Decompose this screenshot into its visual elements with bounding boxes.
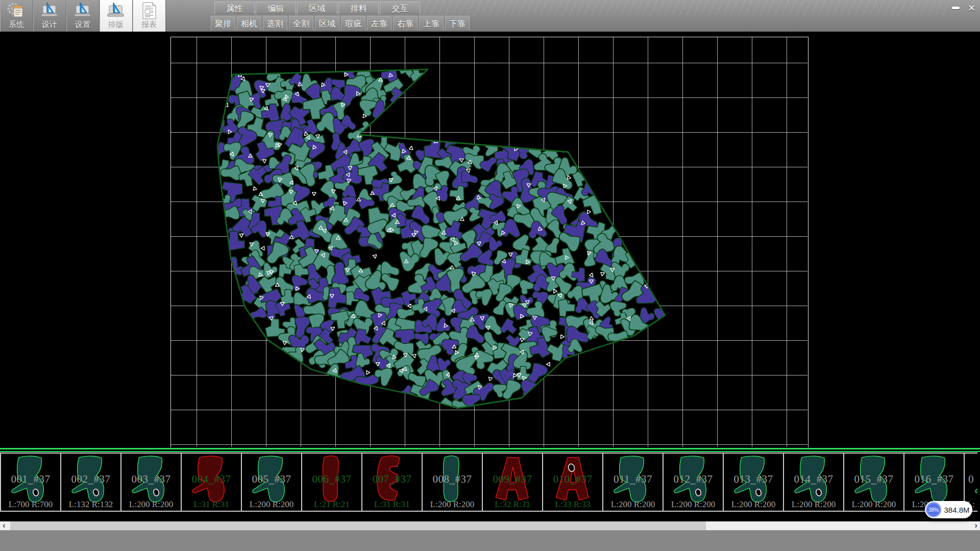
close-button[interactable]: ✕ bbox=[965, 3, 978, 13]
piece-name-label: 016_#37 bbox=[904, 473, 964, 486]
pieces-strip: 001_#37L:700 R:700002_#37L:132 R:132003_… bbox=[0, 447, 980, 521]
app-tab-label: 排版 bbox=[108, 20, 124, 30]
menu-tab-edit[interactable]: 编辑 bbox=[256, 2, 296, 14]
piece-name-label: 008_#37 bbox=[423, 473, 482, 486]
strip-accent-line-2 bbox=[0, 451, 980, 452]
piece-name-label: 015_#37 bbox=[844, 473, 903, 486]
piece-name-label: 003_#37 bbox=[121, 473, 181, 486]
app-tab-label: 设计 bbox=[42, 20, 57, 30]
percent-indicator: 38% bbox=[926, 502, 941, 517]
piece-name-label: 006_#37 bbox=[302, 473, 361, 486]
menu-tab-nesting[interactable]: 排料 bbox=[338, 2, 379, 14]
minimize-button[interactable] bbox=[949, 3, 962, 13]
status-bar bbox=[0, 530, 980, 551]
piece-name-label: 004_#37 bbox=[182, 473, 241, 486]
thumbnail-cell[interactable]: 006_#37L:21 R:21 bbox=[302, 454, 362, 511]
app-tab-layout[interactable]: 排版 bbox=[100, 0, 133, 32]
tool-region[interactable]: 区域 bbox=[315, 16, 339, 31]
piece-lr-label: L:200 R:200 bbox=[724, 499, 783, 510]
piece-lr-label: L:31 R:31 bbox=[362, 499, 422, 510]
piece-lr-label: L:31 R:31 bbox=[182, 499, 241, 510]
piece-name-label: 007_#37 bbox=[362, 473, 422, 486]
design-ruler-icon bbox=[39, 1, 60, 20]
piece-lr-label: L:200 R:200 bbox=[423, 499, 482, 510]
tool-align-left[interactable]: 左靠 bbox=[367, 16, 391, 31]
piece-name-label: 010_#37 bbox=[543, 473, 602, 486]
piece-lr-label: L:200 R:200 bbox=[664, 499, 723, 510]
piece-lr-label: L:200 R:200 bbox=[242, 499, 301, 510]
scroll-right-arrow[interactable]: › bbox=[974, 521, 977, 530]
thumbnail-cell[interactable]: 007_#37L:31 R:31 bbox=[362, 454, 423, 511]
layout-ruler-icon bbox=[106, 1, 126, 20]
menu-tab-interact[interactable]: 交互 bbox=[380, 2, 420, 14]
piece-lr-label: L:200 R:200 bbox=[784, 499, 843, 510]
app-tab-label: 报表 bbox=[141, 20, 157, 30]
system-gear-icon bbox=[6, 1, 27, 20]
percent-value: 38% bbox=[928, 507, 939, 513]
tool-cluster-nest[interactable]: 聚排 bbox=[211, 16, 235, 31]
app-tab-report[interactable]: 报表 bbox=[133, 0, 166, 32]
ribbon: 系统设计设置排版报表 属性编辑区域排料交互 聚排相机选割全割区域瑕疵左靠右靠上靠… bbox=[0, 0, 980, 32]
piece-thumbnail-list: 001_#37L:700 R:700002_#37L:132 R:132003_… bbox=[0, 453, 977, 512]
piece-name-label: 012_#37 bbox=[664, 473, 723, 486]
thumbnail-cell[interactable]: 004_#37L:31 R:31 bbox=[182, 454, 242, 511]
titlebar-drag-area[interactable] bbox=[423, 0, 947, 15]
scroll-left-arrow[interactable]: ‹ bbox=[3, 521, 6, 530]
thumbnail-cell[interactable]: 013_#37L:200 R:200 bbox=[724, 454, 784, 511]
settings-ruler-icon bbox=[72, 1, 93, 20]
menu-tab-row: 属性编辑区域排料交互 bbox=[214, 2, 420, 14]
app-tab-label: 设置 bbox=[75, 20, 90, 30]
strip-accent-line bbox=[0, 448, 980, 449]
tool-align-top[interactable]: 上靠 bbox=[419, 16, 444, 31]
nesting-canvas[interactable] bbox=[0, 32, 980, 447]
piece-lr-label: L:700 R:700 bbox=[1, 499, 60, 510]
app-tab-settings[interactable]: 设置 bbox=[66, 0, 100, 32]
app-window: 系统设计设置排版报表 属性编辑区域排料交互 聚排相机选割全割区域瑕疵左靠右靠上靠… bbox=[0, 0, 980, 551]
thumbnail-cell[interactable]: 012_#37L:200 R:200 bbox=[664, 454, 724, 511]
minimize-icon bbox=[952, 7, 960, 9]
tool-camera[interactable]: 相机 bbox=[237, 16, 261, 31]
app-tab-system[interactable]: 系统 bbox=[0, 0, 33, 32]
piece-name-label: 014_#37 bbox=[784, 473, 843, 486]
thumbnail-cell[interactable]: 008_#37L:200 R:200 bbox=[423, 454, 483, 511]
piece-name-label: 005_#37 bbox=[242, 473, 301, 486]
piece-name-label: 0 bbox=[965, 473, 977, 486]
menu-tab-region[interactable]: 区域 bbox=[297, 2, 337, 14]
tool-button-row: 聚排相机选割全割区域瑕疵左靠右靠上靠下靠 bbox=[211, 16, 470, 31]
thumbnail-cell[interactable]: 001_#37L:700 R:700 bbox=[0, 454, 61, 511]
thumbnail-cell[interactable]: 014_#37L:200 R:200 bbox=[784, 454, 844, 511]
app-tab-bar: 系统设计设置排版报表 bbox=[0, 0, 166, 32]
thumbnail-cell[interactable]: 009_#37L:32 R:31 bbox=[483, 454, 543, 511]
thumbnail-cell[interactable]: 011_#37L:200 R:200 bbox=[603, 454, 664, 511]
piece-lr-label: L:132 R:132 bbox=[61, 499, 120, 510]
thumbnail-cell[interactable]: 003_#37L:200 R:200 bbox=[121, 454, 182, 511]
tool-cut-all[interactable]: 全割 bbox=[289, 16, 313, 31]
piece-name-label: 001_#37 bbox=[1, 473, 60, 486]
thumbnail-cell[interactable]: 015_#37L:200 R:200 bbox=[844, 454, 904, 511]
piece-name-label: 011_#37 bbox=[603, 473, 663, 486]
thumbnail-cell[interactable]: 010_#37L:33 R:33 bbox=[543, 454, 603, 511]
app-tab-design[interactable]: 设计 bbox=[33, 0, 66, 32]
scrollbar-thumb[interactable] bbox=[10, 521, 706, 530]
close-icon: ✕ bbox=[968, 4, 975, 13]
piece-lr-label: L:33 R:33 bbox=[543, 499, 602, 510]
memory-overlay-badge[interactable]: 38% 384.8M bbox=[925, 501, 972, 518]
piece-lr-label: L:200 R:200 bbox=[844, 499, 903, 510]
report-doc-icon bbox=[139, 1, 159, 20]
piece-lr-label: L:32 R:31 bbox=[483, 499, 542, 510]
thumbnail-cell[interactable]: 002_#37L:132 R:132 bbox=[61, 454, 121, 511]
menu-tab-properties[interactable]: 属性 bbox=[214, 2, 255, 14]
piece-name-label: 013_#37 bbox=[724, 473, 783, 486]
tool-select-cut[interactable]: 选割 bbox=[263, 16, 287, 31]
tool-defect[interactable]: 瑕疵 bbox=[341, 16, 365, 31]
thumbnail-cell[interactable]: 005_#37L:200 R:200 bbox=[242, 454, 302, 511]
window-controls: ✕ bbox=[949, 3, 978, 13]
piece-lr-label: L:200 R:200 bbox=[121, 499, 181, 510]
tool-align-right[interactable]: 右靠 bbox=[393, 16, 418, 31]
horizontal-scrollbar[interactable]: ‹ › bbox=[0, 521, 980, 530]
piece-lr-label: L:21 R:21 bbox=[302, 499, 361, 510]
piece-lr-label: L:200 R:200 bbox=[603, 499, 663, 510]
tool-align-bottom[interactable]: 下靠 bbox=[445, 16, 470, 31]
piece-name-label: 009_#37 bbox=[483, 473, 542, 486]
piece-name-label: 002_#37 bbox=[61, 473, 120, 486]
